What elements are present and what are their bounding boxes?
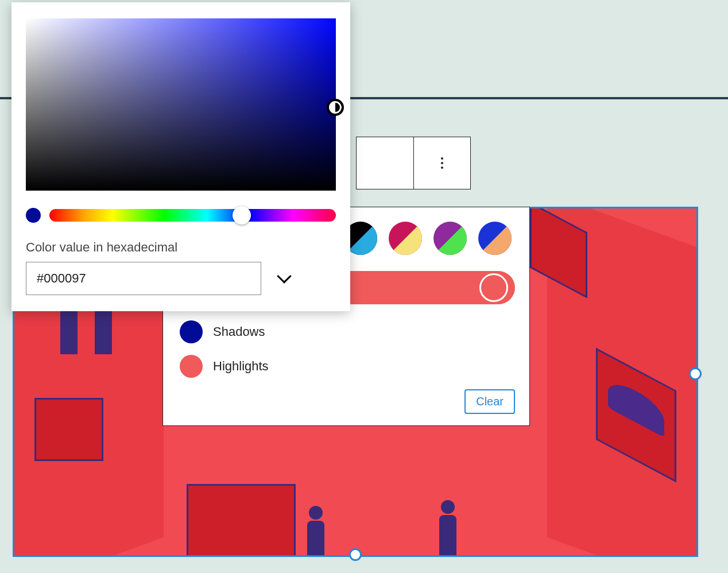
shadows-legend: Shadows	[177, 320, 515, 343]
duotone-swatch-2[interactable]	[389, 222, 422, 255]
hue-preview-dot	[26, 208, 41, 223]
resize-handle-right[interactable]	[689, 367, 702, 380]
block-toolbar	[356, 137, 471, 189]
duotone-highlight-half[interactable]	[344, 271, 515, 304]
highlights-dot-icon	[180, 355, 203, 378]
duotone-swatch-4[interactable]	[478, 222, 512, 255]
hue-thumb[interactable]	[233, 206, 251, 224]
kebab-icon	[441, 157, 443, 169]
resize-handle-bottom[interactable]	[349, 548, 362, 561]
chevron-down-icon	[277, 269, 291, 283]
saturation-thumb[interactable]	[327, 99, 344, 116]
illustration-figure	[439, 500, 456, 557]
highlights-legend: Highlights	[177, 355, 515, 378]
color-picker-popover: Color value in hexadecimal	[11, 2, 350, 311]
saturation-lightness-area[interactable]	[26, 18, 336, 191]
hue-slider[interactable]	[49, 209, 336, 222]
illustration-frame	[34, 398, 103, 461]
highlights-label: Highlights	[213, 359, 269, 374]
highlight-color-indicator[interactable]	[479, 273, 508, 302]
illustration-frame	[187, 484, 296, 557]
toolbar-slot[interactable]	[356, 137, 413, 189]
more-options-button[interactable]	[413, 137, 471, 189]
shadows-label: Shadows	[213, 324, 265, 339]
illustration-figure	[307, 506, 324, 557]
duotone-swatch-3[interactable]	[433, 222, 467, 255]
hex-input[interactable]	[26, 262, 261, 295]
format-toggle-button[interactable]	[273, 267, 296, 290]
hex-input-label: Color value in hexadecimal	[26, 240, 336, 255]
shadows-dot-icon	[180, 320, 203, 343]
clear-button[interactable]: Clear	[464, 389, 515, 414]
